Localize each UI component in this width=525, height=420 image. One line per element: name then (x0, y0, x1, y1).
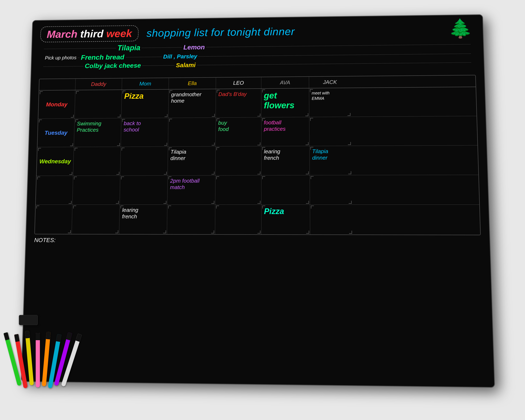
header-section: March third week shopping list for tonig… (31, 15, 484, 75)
notes-section: NOTES: (26, 234, 490, 247)
cell-5-jack (310, 205, 353, 234)
tree-icon: 🌲 (448, 19, 472, 37)
cell-wednesday-daddy (73, 147, 121, 176)
row-monday: Monday Pizza grandmotherhome Dad's B'day… (38, 87, 477, 119)
shopping-list: Tilapia Lemon Pick up photos French brea… (39, 39, 475, 71)
cell-4-mom (120, 176, 168, 205)
cell-tuesday-daddy: SwimmingPractices (74, 118, 121, 147)
cell-4-leo (215, 175, 262, 205)
header-title: March third week (47, 28, 132, 40)
grandmother-home-text: grandmotherhome (171, 91, 202, 104)
cell-4-daddy (73, 176, 120, 205)
cell-5-daddy (72, 205, 120, 234)
row-5: learingfrench Pizza (35, 205, 480, 235)
item-french-bread: French bread (80, 53, 126, 61)
learing-french-ava: learingfrench (264, 148, 280, 161)
day-wednesday: Wednesday (37, 147, 74, 176)
header-ella: Ella (169, 77, 216, 89)
football-match-text: 2pm footballmatch (170, 178, 200, 190)
cell-5-ella (167, 205, 215, 234)
cell-monday-ella: grandmotherhome (169, 89, 216, 118)
header-leo: LEO (216, 77, 261, 89)
item-tilapia: Tilapia (116, 44, 141, 52)
header-daddy: Daddy (75, 78, 122, 90)
accessories-group (6, 311, 94, 416)
item-salami: Salami (175, 62, 197, 69)
back-to-school-text: back toschool (123, 120, 141, 133)
header-empty (39, 79, 75, 90)
item-lemon: Lemon (182, 43, 206, 51)
cell-wednesday-mom (120, 147, 168, 175)
cell-tuesday-ella (168, 118, 216, 146)
swimming-text: SwimmingPractices (77, 120, 101, 133)
header-ava: AVA (261, 77, 309, 88)
eraser (19, 315, 38, 325)
cell-5-leo (215, 205, 262, 234)
cell-5-ava: Pizza (262, 205, 310, 234)
header-jack: JACK (309, 76, 351, 88)
cell-monday-leo: Dad's B'day (216, 89, 262, 118)
marker-pink (36, 333, 40, 387)
item-dill-parsley: Dill , Parsley (162, 53, 198, 60)
pickup-label: Pick up photos (44, 55, 78, 61)
day-tuesday: Tuesday (38, 119, 75, 147)
row-wednesday: Wednesday Tilapiadinner learingfrench Ti… (37, 145, 478, 176)
pizza-ava: Pizza (264, 207, 284, 216)
cell-tuesday-jack (309, 117, 352, 146)
cell-5-mom: learingfrench (119, 205, 167, 234)
calendar-grid: Daddy Mom Ella LEO AVA JACK Monday (34, 75, 481, 235)
row-tuesday: Tuesday SwimmingPractices back toschool … (38, 116, 478, 147)
day-monday: Monday (38, 90, 75, 119)
tilapia-dinner-ella: Tilapiadinner (170, 149, 186, 161)
learing-french-mom: learingfrench (122, 207, 138, 220)
cell-tuesday-ava: footballpractices (262, 117, 309, 146)
cell-monday-daddy (75, 90, 122, 118)
cell-wednesday-jack: Tilapiadinner (309, 146, 352, 175)
notes-label: NOTES: (34, 237, 56, 243)
item-colby: Colby jack cheese (84, 62, 142, 70)
markers-container (6, 328, 90, 416)
cell-tuesday-mom: back toschool (121, 118, 169, 147)
tilapia-dinner-jack: Tilapiadinner (312, 148, 328, 161)
day-4 (36, 176, 73, 205)
dads-bday-text: Dad's B'day (218, 91, 247, 97)
get-flowers-text: getflowers (264, 91, 294, 110)
cell-wednesday-ella: Tilapiadinner (168, 147, 216, 176)
march-box: March third week (40, 25, 139, 42)
cell-monday-jack: meet withEMMA (309, 88, 351, 117)
cell-4-ava (262, 175, 310, 205)
meet-emma-text: meet withEMMA (312, 91, 329, 101)
row-4: 2pm footballmatch (36, 175, 479, 205)
cell-wednesday-ava: learingfrench (262, 146, 310, 175)
cell-tuesday-leo: buyfood (216, 117, 262, 146)
pizza-text: Pizza (124, 92, 144, 100)
marker-yellow (25, 331, 34, 386)
cell-monday-ava: getflowers (261, 88, 309, 117)
football-practices-text: footballpractices (264, 119, 286, 132)
title-row: March third week shopping list for tonig… (40, 21, 474, 42)
cell-monday-mom: Pizza (121, 89, 169, 118)
shopping-title: shopping list for tonight dinner (146, 25, 295, 39)
buy-food-text: buyfood (218, 120, 229, 132)
cell-4-jack (310, 175, 352, 205)
cell-wednesday-leo (216, 146, 262, 175)
cell-4-ella: 2pm footballmatch (167, 176, 216, 205)
day-5 (35, 205, 73, 234)
header-mom: Mom (122, 78, 169, 89)
